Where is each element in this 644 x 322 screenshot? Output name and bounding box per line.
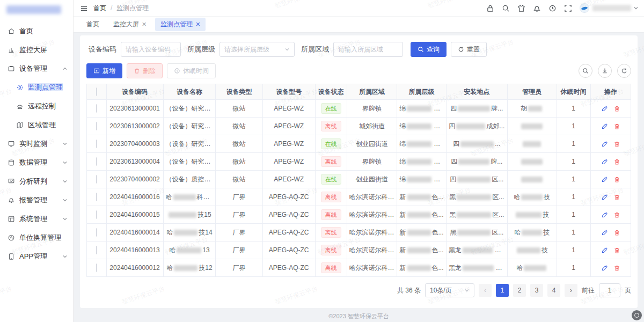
- page-button-2[interactable]: 2: [513, 284, 526, 297]
- help-float-button[interactable]: [632, 310, 642, 320]
- row-checkbox[interactable]: [96, 104, 97, 113]
- avatar[interactable]: [580, 3, 589, 13]
- cell-type: 厂界: [216, 206, 263, 224]
- tab-monitor-point[interactable]: 监测点管理✕: [155, 18, 206, 31]
- page-size-select[interactable]: 10条/页: [425, 283, 474, 297]
- cell-level: 新色...: [397, 188, 447, 206]
- cell-status: 在线: [315, 171, 347, 188]
- status-badge: 离线: [321, 262, 341, 273]
- edit-icon[interactable]: [601, 211, 608, 218]
- row-checkbox[interactable]: [96, 193, 97, 201]
- edit-icon[interactable]: [601, 105, 608, 112]
- cell-region: 创业园街道: [347, 171, 397, 188]
- collapse-menu-icon[interactable]: [80, 4, 88, 12]
- cell-type: 微站: [216, 118, 263, 135]
- download-button[interactable]: [598, 64, 612, 78]
- page-button-3[interactable]: 3: [530, 284, 543, 297]
- device-code-input[interactable]: 请输入设备编码: [121, 42, 181, 57]
- sidebar-item-1[interactable]: 监控大屏: [0, 40, 73, 59]
- add-button[interactable]: 新增: [86, 63, 122, 78]
- sidebar-item-3[interactable]: 监测点管理: [0, 78, 73, 97]
- breadcrumb-home[interactable]: 首页: [93, 4, 106, 13]
- goto-page-input[interactable]: 1: [599, 283, 620, 297]
- fullscreen-icon[interactable]: [564, 4, 572, 12]
- delete-icon[interactable]: [613, 194, 620, 201]
- add-icon: [93, 68, 100, 74]
- sidebar-item-12[interactable]: APP管理: [0, 247, 73, 266]
- region-input[interactable]: 请输入所属区域: [333, 42, 403, 57]
- chevron-down-icon[interactable]: [633, 5, 639, 11]
- delete-icon[interactable]: [613, 105, 620, 112]
- clock-icon[interactable]: [548, 4, 557, 12]
- table-search-button[interactable]: [579, 64, 592, 78]
- edit-icon[interactable]: [601, 265, 608, 272]
- search-button[interactable]: 查询: [411, 42, 447, 57]
- refresh-button[interactable]: [617, 64, 631, 78]
- reset-button[interactable]: 重置: [451, 42, 487, 57]
- prev-page-button[interactable]: ‹: [479, 284, 492, 297]
- sidebar-item-10[interactable]: 系统管理: [0, 209, 73, 228]
- page-button-1[interactable]: 1: [496, 284, 509, 297]
- cell-ops: [590, 241, 631, 259]
- pagination: 共 36 条 10条/页 ‹ 1234 › 前往 1 页: [86, 283, 631, 297]
- sidebar-item-8[interactable]: 分析研判: [0, 172, 73, 191]
- row-checkbox[interactable]: [96, 157, 97, 166]
- cell-admin: 胡: [507, 100, 557, 118]
- close-icon[interactable]: ✕: [142, 21, 147, 27]
- lock-icon[interactable]: [486, 4, 494, 12]
- row-checkbox[interactable]: [96, 210, 97, 219]
- cell-ops: [590, 259, 631, 277]
- search-icon[interactable]: [502, 4, 510, 12]
- page-button-4[interactable]: 4: [547, 284, 560, 297]
- delete-icon[interactable]: [613, 176, 620, 183]
- delete-icon[interactable]: [613, 247, 620, 254]
- table-row: 20230613000004（设备）研究院04微站APEG-WZ离线界牌镇绵生.…: [87, 153, 631, 171]
- sidebar-item-7[interactable]: 数据管理: [0, 153, 73, 172]
- next-page-button[interactable]: ›: [565, 284, 577, 297]
- tab-home[interactable]: 首页: [81, 18, 105, 31]
- sidebar-item-11[interactable]: 单位换算管理: [0, 228, 73, 247]
- bell-icon[interactable]: [533, 4, 541, 12]
- sidebar-item-5[interactable]: 区域管理: [0, 115, 73, 134]
- delete-icon[interactable]: [613, 123, 620, 130]
- app-root: 首页监控大屏设备管理监测点管理远程控制区域管理实时监测数据管理分析研判报警管理系…: [0, 0, 644, 322]
- edit-icon[interactable]: [601, 194, 608, 201]
- delete-button[interactable]: 删除: [127, 63, 163, 78]
- tab-monitor-screen[interactable]: 监控大屏✕: [108, 18, 152, 31]
- row-checkbox[interactable]: [96, 140, 97, 148]
- edit-icon[interactable]: [601, 229, 608, 236]
- theme-skin-icon[interactable]: [517, 4, 525, 12]
- edit-icon[interactable]: [601, 247, 608, 254]
- row-checkbox[interactable]: [96, 246, 97, 254]
- cell-level: 新色...: [397, 259, 447, 277]
- delete-icon[interactable]: [613, 211, 620, 218]
- sleep-time-button[interactable]: 休眠时间: [167, 63, 216, 78]
- cell-ops: [590, 118, 631, 135]
- sidebar-item-0[interactable]: 首页: [0, 21, 73, 40]
- delete-icon[interactable]: [613, 141, 620, 148]
- delete-icon[interactable]: [613, 265, 620, 272]
- delete-icon[interactable]: [613, 158, 620, 165]
- edit-icon[interactable]: [601, 123, 608, 130]
- sidebar-item-2[interactable]: 设备管理: [0, 59, 73, 78]
- sidebar-item-4[interactable]: 远程控制: [0, 97, 73, 115]
- trash-icon: [134, 68, 140, 74]
- row-checkbox[interactable]: [96, 228, 97, 237]
- card: 设备编码 请输入设备编码 所属层级 请选择所属层级 所属区域 请输入所属区域 查…: [80, 35, 638, 308]
- sidebar-item-6[interactable]: 实时监测: [0, 134, 73, 153]
- select-all-checkbox[interactable]: [96, 87, 97, 96]
- edit-icon[interactable]: [601, 141, 608, 148]
- sidebar-item-9[interactable]: 报警管理: [0, 191, 73, 209]
- cell-code: 20230613000004: [106, 153, 163, 171]
- level-select[interactable]: 请选择所属层级: [219, 42, 295, 57]
- edit-icon[interactable]: [601, 176, 608, 183]
- close-icon[interactable]: ✕: [195, 21, 200, 27]
- cell-name: 哈技12: [163, 259, 216, 277]
- row-checkbox[interactable]: [96, 122, 97, 130]
- row-checkbox[interactable]: [96, 264, 97, 272]
- edit-icon[interactable]: [601, 158, 608, 165]
- row-checkbox[interactable]: [96, 175, 97, 184]
- cell-name: 哈13: [163, 241, 216, 259]
- filter-row: 设备编码 请输入设备编码 所属层级 请选择所属层级 所属区域 请输入所属区域 查…: [86, 42, 631, 57]
- delete-icon[interactable]: [613, 229, 620, 236]
